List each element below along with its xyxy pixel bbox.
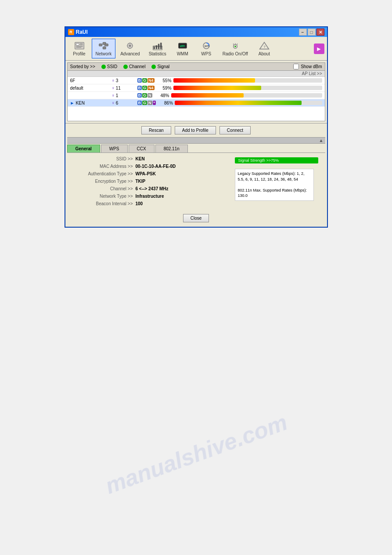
advanced-icon bbox=[124, 41, 136, 51]
security-icons-1: B G N4 bbox=[137, 78, 155, 83]
signal-bar-2 bbox=[173, 86, 322, 90]
col-signal: Signal bbox=[151, 64, 169, 69]
sec-star-4: * bbox=[153, 101, 156, 105]
ap-signal-55: 55% bbox=[156, 78, 172, 83]
channel-label: Channel >> bbox=[74, 186, 136, 191]
toolbar-wmm-label: WMM bbox=[177, 51, 188, 56]
collapse-arrow-up[interactable]: ▲ bbox=[319, 138, 324, 143]
ap-header: Sorted by >> SSID Channel Signal Show dB… bbox=[68, 63, 325, 71]
network-icon bbox=[97, 41, 110, 51]
field-row-beacon: Beacon Interval >> 100 bbox=[74, 201, 230, 206]
auth-value: WPA-PSK bbox=[136, 171, 156, 176]
rates-11n: 802.11n Max. Supported Rates (Mbps): 130… bbox=[238, 188, 307, 198]
ap-channel-11: ♀ 11 bbox=[111, 85, 136, 91]
ap-channel-1: ♀ 1 bbox=[111, 93, 136, 98]
main-window: R RaUI − □ ✕ Profile bbox=[65, 26, 328, 228]
mac-label: MAC Address >> bbox=[74, 164, 136, 169]
show-dbm-checkbox[interactable] bbox=[293, 64, 299, 69]
svg-rect-2 bbox=[76, 46, 83, 47]
rescan-button[interactable]: Rescan bbox=[141, 126, 171, 134]
ap-signal-48: 48% bbox=[154, 93, 169, 98]
rates-box: Legacy Supported Rates (Mbps): 1, 2, 5.5… bbox=[235, 169, 314, 201]
enc-label: Encryption Type >> bbox=[74, 179, 136, 184]
ap-row[interactable]: ♀ 1 B G N 48% bbox=[68, 92, 325, 99]
ap-row-ken[interactable]: ► KEN ♀ 6 B G N * 86% bbox=[68, 99, 325, 107]
toolbar-network[interactable]: Network bbox=[92, 39, 116, 58]
toolbar-radio-onoff[interactable]: Radio On/Off bbox=[219, 39, 252, 58]
ap-row[interactable]: 6F ♀ 3 B G N4 55% bbox=[68, 77, 325, 84]
wifi-icon-2: ♀ bbox=[111, 85, 115, 91]
close-section: Close bbox=[67, 212, 325, 225]
toolbar-about-label: About bbox=[259, 51, 270, 56]
radio-onoff-icon bbox=[229, 41, 241, 51]
channel-dot bbox=[123, 65, 128, 69]
watermark: manualshive.com bbox=[101, 409, 291, 499]
toolbar-arrow-button[interactable]: ► bbox=[314, 44, 324, 54]
selected-arrow: ► bbox=[70, 101, 75, 105]
sec-g-1: G bbox=[142, 78, 147, 83]
tab-80211n[interactable]: 802.11n bbox=[155, 145, 188, 152]
title-bar: R RaUI − □ ✕ bbox=[65, 27, 327, 37]
network-value: Infrastructure bbox=[136, 194, 164, 199]
svg-rect-5 bbox=[79, 44, 83, 45]
ap-row[interactable]: default ♀ 11 B G N4 59% bbox=[68, 84, 325, 92]
statistics-icon bbox=[151, 41, 164, 51]
ap-section: Sorted by >> SSID Channel Signal Show dB… bbox=[67, 62, 325, 121]
ssid-label: SSID >> bbox=[74, 156, 136, 161]
svg-line-10 bbox=[102, 44, 103, 45]
field-row-mac: MAC Address >> 00-1C-10-AA-FE-0D bbox=[74, 164, 230, 169]
about-icon: ? bbox=[258, 41, 270, 51]
toolbar-statistics[interactable]: Statistics bbox=[145, 39, 170, 58]
beacon-label: Beacon Interval >> bbox=[74, 201, 136, 206]
ap-signal-86: 86% bbox=[158, 101, 173, 105]
tab-wps[interactable]: WPS bbox=[101, 145, 128, 152]
connect-button[interactable]: Connect bbox=[219, 126, 251, 134]
tab-ccx[interactable]: CCX bbox=[129, 145, 155, 152]
channel-value: 6 <--> 2437 MHz bbox=[136, 186, 169, 191]
maximize-button[interactable]: □ bbox=[308, 29, 316, 36]
col-ssid: SSID bbox=[101, 64, 117, 69]
sec-n4-2: N4 bbox=[147, 86, 155, 90]
window-title: RaUI bbox=[76, 29, 88, 35]
signal-bar-fill-2 bbox=[173, 86, 261, 90]
svg-rect-6 bbox=[99, 44, 102, 46]
wifi-icon-3: ♀ bbox=[111, 93, 115, 98]
ssid-value: KEN bbox=[136, 156, 145, 161]
ap-channel-6: ♀ 6 bbox=[111, 100, 136, 105]
signal-bar-3 bbox=[171, 93, 322, 98]
toolbar-profile[interactable]: Profile bbox=[68, 39, 91, 58]
title-controls: − □ ✕ bbox=[299, 29, 324, 36]
mac-value: 00-1C-10-AA-FE-0D bbox=[136, 164, 176, 169]
tab-general[interactable]: General bbox=[67, 145, 100, 152]
toolbar: Profile Network bbox=[65, 37, 327, 61]
signal-bar-fill-1 bbox=[173, 78, 255, 83]
sec-b-2: B bbox=[137, 86, 142, 90]
toolbar-wmm[interactable]: WMM WMM bbox=[171, 39, 194, 58]
ap-header-right: Show dBm bbox=[293, 64, 322, 69]
toolbar-statistics-label: Statistics bbox=[149, 51, 166, 56]
enc-value: TKIP bbox=[136, 179, 146, 184]
detail-fields: SSID >> KEN MAC Address >> 00-1C-10-AA-F… bbox=[74, 156, 230, 209]
minimize-button[interactable]: − bbox=[299, 29, 307, 36]
toolbar-wps[interactable]: WPS WPS bbox=[195, 39, 218, 58]
svg-rect-3 bbox=[76, 47, 81, 47]
security-icons-2: B G N4 bbox=[137, 86, 155, 90]
field-row-network: Network Type >> Infrastructure bbox=[74, 194, 230, 199]
sec-b-1: B bbox=[137, 78, 142, 83]
toolbar-about[interactable]: ? About bbox=[253, 39, 276, 58]
ap-name-default: default bbox=[70, 86, 110, 91]
collapse-bar: ▲ bbox=[67, 138, 325, 144]
toolbar-profile-label: Profile bbox=[73, 51, 85, 56]
profile-icon bbox=[73, 41, 86, 51]
title-bar-left: R RaUI bbox=[68, 29, 88, 35]
toolbar-advanced[interactable]: Advanced bbox=[116, 39, 144, 58]
close-window-button[interactable]: ✕ bbox=[316, 29, 324, 36]
signal-dot bbox=[151, 65, 156, 69]
auth-label: Authentication Type >> bbox=[74, 171, 136, 176]
ap-signal-59: 59% bbox=[156, 86, 172, 91]
add-to-profile-button[interactable]: Add to Profile bbox=[175, 126, 216, 134]
ap-name-6f: 6F bbox=[70, 78, 110, 83]
svg-point-14 bbox=[129, 44, 131, 47]
close-detail-button[interactable]: Close bbox=[183, 214, 209, 222]
network-label: Network Type >> bbox=[74, 194, 136, 199]
